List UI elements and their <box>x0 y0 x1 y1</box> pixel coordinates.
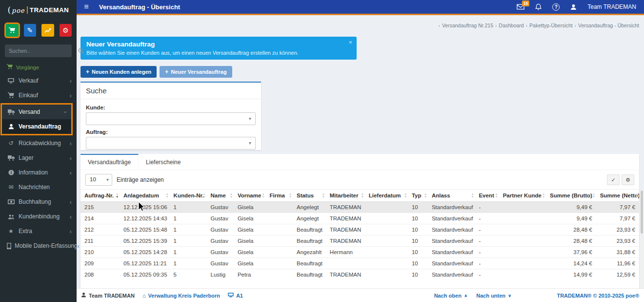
sidebar-item-lager[interactable]: Lager‹ <box>0 151 77 165</box>
table-cell: - <box>475 236 499 247</box>
new-shipment-button[interactable]: + Neuer Versandauftrag <box>160 66 232 78</box>
app-button-stats[interactable] <box>41 24 54 37</box>
column-header-typ[interactable]: Typ▴▾ <box>408 190 428 202</box>
user-icon <box>7 124 15 129</box>
sidebar-item-extra[interactable]: ★Extra‹ <box>0 224 77 238</box>
column-header-firma[interactable]: Firma▴▾ <box>266 190 293 202</box>
column-header-kunden-nr-[interactable]: Kunden-Nr.▴▾ <box>170 190 207 202</box>
footer: Team TRADEMAN ⌂ Verwaltung Kreis Paderbo… <box>77 288 644 302</box>
table-cell <box>266 269 293 280</box>
app-button-shop[interactable] <box>6 24 19 37</box>
sidebar-item-label: Einkauf <box>19 92 70 99</box>
breadcrumb-item[interactable]: Versandauftrag Nr.215 <box>442 22 493 28</box>
chevron-left-icon: ‹ <box>78 242 80 250</box>
column-header-name[interactable]: Name▴▾ <box>207 190 234 202</box>
hamburger-icon[interactable]: ≡ <box>77 2 96 11</box>
mail-icon[interactable]: 15 <box>517 4 524 10</box>
page-size-select[interactable]: 10 ▾ <box>85 174 112 186</box>
footer-user: Team TRADEMAN <box>81 292 135 299</box>
column-header-summe-brutto-[interactable]: Summe (Brutto)▴▾ <box>546 190 596 202</box>
breadcrumb-item[interactable]: Versandauftrag - Übersicht <box>578 22 639 28</box>
table-cell: 23,93 € <box>596 224 639 236</box>
sidebar-item-kundenbindung[interactable]: Kundenbindung‹ <box>0 209 77 224</box>
table-cell: TRADEMAN <box>326 213 365 224</box>
table-row[interactable]: 21205.12.2025 15:481GustavGiselaBeauftra… <box>80 224 639 236</box>
column-header-anlass[interactable]: Anlass▴▾ <box>428 190 475 202</box>
footer-device-link[interactable]: A1 <box>228 293 243 299</box>
table-cell: Standardverkauf <box>428 269 475 280</box>
table-cell: 05.12.2025 09:35 <box>120 269 170 280</box>
table-cell: Beauftragt <box>293 236 326 247</box>
breadcrumb-separator: › <box>439 23 440 28</box>
user-icon[interactable] <box>570 4 577 10</box>
sidebar-item-information[interactable]: Information‹ <box>0 165 77 180</box>
cart-icon <box>7 64 13 70</box>
table-row[interactable]: 21512.12.2025 15:061GustavGiselaAngelegt… <box>80 202 639 213</box>
table-cell <box>266 202 293 213</box>
close-icon[interactable]: × <box>348 39 352 46</box>
table-row[interactable]: 21105.12.2025 15:391GustavGiselaBeauftra… <box>80 236 639 247</box>
bell-icon[interactable] <box>535 3 542 10</box>
table-cell: 31,88 € <box>596 247 639 258</box>
scroll-to-top-link[interactable]: Nach oben ∧ <box>434 293 468 299</box>
sidebar-item-versand[interactable]: Versand› <box>2 105 71 119</box>
breadcrumb-item[interactable]: Pakettyp-Übersicht <box>529 22 573 28</box>
column-header-lieferdatum[interactable]: Lieferdatum▴▾ <box>365 190 408 202</box>
table-cell: 211 <box>80 236 120 247</box>
check-icon[interactable]: ✓ <box>607 174 620 185</box>
sidebar-item-buchhaltung[interactable]: Buchhaltung‹ <box>0 194 77 209</box>
table-cell: 1 <box>170 213 207 224</box>
sidebar-item-verkauf[interactable]: Verkauf‹ <box>0 73 77 88</box>
help-icon[interactable]: ? <box>552 3 560 11</box>
tab-lieferscheine[interactable]: Lieferscheine <box>139 154 188 170</box>
sidebar-item-label: Mobile Daten-Erfassung <box>15 242 78 249</box>
kunde-select[interactable]: ▾ <box>86 112 256 125</box>
column-header-summe-netto-[interactable]: Summe (Netto)▴▾ <box>596 190 639 202</box>
undo-icon: ↺ <box>7 140 15 147</box>
chevron-left-icon: ‹ <box>70 77 72 85</box>
scroll-bottom-label: Nach unten <box>476 293 505 299</box>
column-header-event[interactable]: Event▴▾ <box>475 190 499 202</box>
table-cell: 1 <box>170 224 207 236</box>
gears-icon[interactable]: ⚙ <box>622 174 634 185</box>
column-header-anlagedatum[interactable]: Anlagedatum▴▾ <box>120 190 170 202</box>
sidebar-item-einkauf[interactable]: Einkauf‹ <box>0 88 77 103</box>
table-row[interactable]: 21005.12.2025 14:281GustavGiselaAngezahl… <box>80 247 639 258</box>
app-button-edit[interactable]: ✎ <box>24 24 37 37</box>
tab-versandaufträge[interactable]: Versandaufträge <box>80 154 139 170</box>
table-cell: 10 <box>408 224 428 236</box>
breadcrumb: ›Versandauftrag Nr.215›Dashboard›Paketty… <box>439 22 639 28</box>
scroll-to-bottom-link[interactable]: Nach unten ∨ <box>476 293 511 299</box>
chevron-left-icon: ‹ <box>70 228 72 235</box>
scrollbar-thumb[interactable] <box>641 191 643 234</box>
plus-icon: + <box>165 68 168 75</box>
sidebar-item-mobile-daten-erfassung[interactable]: Mobile Daten-Erfassung‹ <box>0 238 77 253</box>
sidebar-search <box>5 44 72 57</box>
topbar-right: 15 ? Team TRADEMAN <box>517 3 644 11</box>
sidebar-item-versandauftrag[interactable]: Versandauftrag <box>2 119 71 134</box>
table-row[interactable]: 21412.12.2025 14:431GustavGiselaAngelegt… <box>80 213 639 224</box>
table-row[interactable]: 20905.12.2025 11:211GustavGiselaBeauftra… <box>80 258 639 269</box>
brand-prefix: poe <box>8 5 25 15</box>
auftrag-select[interactable]: ▾ <box>86 137 256 150</box>
sidebar-menu: Vorgänge Verkauf‹Einkauf‹Versand›Versand… <box>0 60 77 253</box>
sidebar-item-rueckabwicklung[interactable]: ↺Rückabwicklung‹ <box>0 136 77 151</box>
footer-location-link[interactable]: ⌂ Verwaltung Kreis Paderborn <box>142 293 220 299</box>
users-icon <box>7 214 15 219</box>
app-button-settings[interactable]: ⚙ <box>60 24 72 37</box>
sidebar-item-nachrichten[interactable]: ✉Nachrichten <box>0 180 77 194</box>
table-row[interactable]: 20805.12.2025 09:355LustigPetraBeauftrag… <box>80 269 639 280</box>
chevron-left-icon: ‹ <box>70 154 72 162</box>
sort-icon: ▴▾ <box>362 193 363 198</box>
column-header-partner-kunde[interactable]: Partner Kunde▴▾ <box>499 190 546 202</box>
breadcrumb-item[interactable]: Dashboard <box>499 22 523 28</box>
column-header-vorname[interactable]: Vorname▴▾ <box>234 190 266 202</box>
column-header-mitarbeiter[interactable]: Mitarbeiter▴▾ <box>326 190 365 202</box>
user-icon <box>81 292 86 299</box>
search-panel: Suche Kunde: ▾ Auftrag: ▾ <box>80 82 261 150</box>
topbar-username[interactable]: Team TRADEMAN <box>587 3 636 10</box>
column-header-status[interactable]: Status▴▾ <box>293 190 326 202</box>
column-header-auftrag-nr-[interactable]: Auftrag-Nr.▴▾ <box>80 190 120 202</box>
new-customer-button[interactable]: + Neuen Kunden anlegen <box>80 66 157 78</box>
sidebar-search-input[interactable] <box>9 48 78 54</box>
